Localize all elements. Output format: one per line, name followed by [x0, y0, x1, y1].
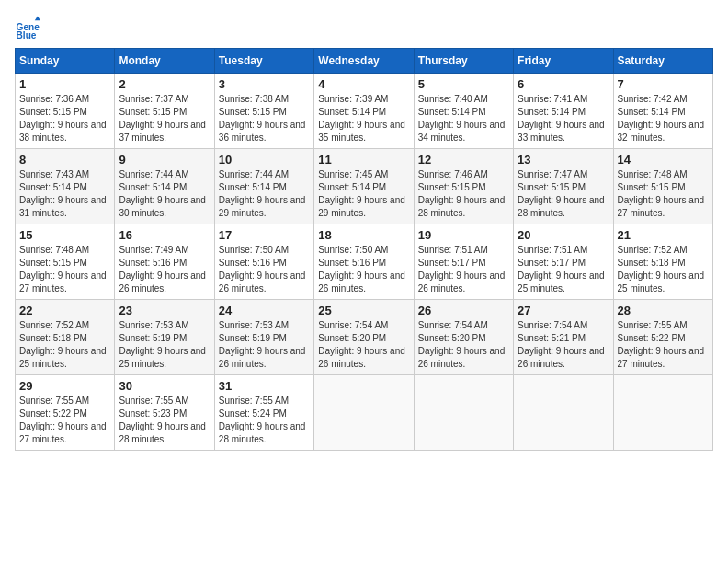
sunrise-label: Sunrise: 7:37 AM [119, 94, 188, 104]
day-info: Sunrise: 7:55 AM Sunset: 5:23 PM Dayligh… [119, 395, 210, 446]
calendar-cell: 7 Sunrise: 7:42 AM Sunset: 5:14 PM Dayli… [613, 74, 712, 149]
week-row-1: 1 Sunrise: 7:36 AM Sunset: 5:15 PM Dayli… [16, 74, 713, 149]
sunrise-label: Sunrise: 7:53 AM [219, 320, 289, 330]
day-number: 9 [119, 153, 210, 167]
day-info: Sunrise: 7:38 AM Sunset: 5:15 PM Dayligh… [219, 93, 310, 144]
sunrise-label: Sunrise: 7:40 AM [418, 94, 488, 104]
week-row-4: 22 Sunrise: 7:52 AM Sunset: 5:18 PM Dayl… [16, 300, 713, 375]
sunrise-label: Sunrise: 7:54 AM [318, 320, 388, 330]
calendar-cell: 3 Sunrise: 7:38 AM Sunset: 5:15 PM Dayli… [214, 74, 313, 149]
day-number: 27 [518, 304, 609, 317]
sunset-label: Sunset: 5:18 PM [19, 333, 87, 343]
day-number: 21 [618, 228, 709, 242]
sunset-label: Sunset: 5:16 PM [219, 258, 287, 268]
sunset-label: Sunset: 5:20 PM [318, 333, 386, 343]
day-number: 30 [119, 379, 210, 393]
day-info: Sunrise: 7:48 AM Sunset: 5:15 PM Dayligh… [618, 168, 709, 220]
header-day-wednesday: Wednesday [314, 49, 414, 74]
calendar-cell: 22 Sunrise: 7:52 AM Sunset: 5:18 PM Dayl… [16, 300, 115, 375]
daylight-label: Daylight: 9 hours and 26 minutes. [119, 270, 206, 293]
calendar-cell: 1 Sunrise: 7:36 AM Sunset: 5:15 PM Dayli… [16, 74, 115, 149]
day-info: Sunrise: 7:52 AM Sunset: 5:18 PM Dayligh… [19, 319, 110, 371]
day-number: 23 [119, 304, 210, 317]
calendar-cell: 14 Sunrise: 7:48 AM Sunset: 5:15 PM Dayl… [613, 149, 712, 224]
day-number: 2 [119, 77, 210, 91]
sunrise-label: Sunrise: 7:39 AM [318, 94, 388, 104]
sunrise-label: Sunrise: 7:49 AM [119, 245, 188, 255]
day-info: Sunrise: 7:51 AM Sunset: 5:17 PM Dayligh… [418, 244, 509, 295]
day-number: 15 [19, 228, 110, 242]
day-info: Sunrise: 7:45 AM Sunset: 5:14 PM Dayligh… [318, 168, 409, 220]
daylight-label: Daylight: 9 hours and 34 minutes. [418, 120, 506, 143]
daylight-label: Daylight: 9 hours and 27 minutes. [19, 421, 107, 444]
sunset-label: Sunset: 5:14 PM [318, 182, 386, 192]
sunrise-label: Sunrise: 7:50 AM [318, 245, 388, 255]
sunset-label: Sunset: 5:16 PM [119, 258, 187, 268]
calendar-cell: 24 Sunrise: 7:53 AM Sunset: 5:19 PM Dayl… [214, 300, 313, 375]
week-row-3: 15 Sunrise: 7:48 AM Sunset: 5:15 PM Dayl… [16, 224, 713, 300]
day-number: 18 [318, 228, 409, 242]
sunrise-label: Sunrise: 7:48 AM [19, 245, 89, 255]
day-info: Sunrise: 7:43 AM Sunset: 5:14 PM Dayligh… [19, 168, 110, 220]
day-info: Sunrise: 7:54 AM Sunset: 5:21 PM Dayligh… [518, 319, 609, 371]
calendar-cell: 23 Sunrise: 7:53 AM Sunset: 5:19 PM Dayl… [115, 300, 214, 375]
day-number: 13 [518, 153, 609, 167]
daylight-label: Daylight: 9 hours and 28 minutes. [119, 421, 206, 444]
calendar-cell: 9 Sunrise: 7:44 AM Sunset: 5:14 PM Dayli… [115, 149, 214, 224]
day-number: 6 [518, 77, 609, 91]
sunset-label: Sunset: 5:15 PM [119, 107, 187, 117]
calendar-cell [613, 375, 712, 451]
day-number: 20 [518, 228, 609, 242]
sunrise-label: Sunrise: 7:52 AM [618, 245, 688, 255]
calendar-cell: 17 Sunrise: 7:50 AM Sunset: 5:16 PM Dayl… [214, 224, 313, 300]
day-info: Sunrise: 7:44 AM Sunset: 5:14 PM Dayligh… [119, 168, 210, 220]
sunset-label: Sunset: 5:16 PM [318, 258, 386, 268]
daylight-label: Daylight: 9 hours and 29 minutes. [219, 195, 306, 218]
calendar-cell: 2 Sunrise: 7:37 AM Sunset: 5:15 PM Dayli… [115, 74, 214, 149]
calendar-cell: 10 Sunrise: 7:44 AM Sunset: 5:14 PM Dayl… [214, 149, 313, 224]
daylight-label: Daylight: 9 hours and 27 minutes. [618, 346, 705, 369]
day-number: 16 [119, 228, 210, 242]
day-number: 3 [219, 77, 310, 91]
day-info: Sunrise: 7:39 AM Sunset: 5:14 PM Dayligh… [318, 93, 409, 144]
header-day-tuesday: Tuesday [214, 49, 313, 74]
sunset-label: Sunset: 5:20 PM [418, 333, 486, 343]
svg-text:Blue: Blue [17, 30, 37, 40]
logo: General Blue [15, 15, 44, 40]
day-info: Sunrise: 7:53 AM Sunset: 5:19 PM Dayligh… [119, 319, 210, 371]
sunrise-label: Sunrise: 7:54 AM [418, 320, 488, 330]
day-info: Sunrise: 7:50 AM Sunset: 5:16 PM Dayligh… [318, 244, 409, 295]
day-number: 5 [418, 77, 509, 91]
sunset-label: Sunset: 5:15 PM [418, 182, 486, 192]
calendar-cell: 11 Sunrise: 7:45 AM Sunset: 5:14 PM Dayl… [314, 149, 414, 224]
sunrise-label: Sunrise: 7:50 AM [219, 245, 289, 255]
sunset-label: Sunset: 5:19 PM [119, 333, 187, 343]
daylight-label: Daylight: 9 hours and 26 minutes. [518, 346, 605, 369]
day-info: Sunrise: 7:53 AM Sunset: 5:19 PM Dayligh… [219, 319, 310, 371]
sunrise-label: Sunrise: 7:46 AM [418, 169, 488, 179]
sunrise-label: Sunrise: 7:52 AM [19, 320, 89, 330]
sunset-label: Sunset: 5:22 PM [19, 408, 87, 419]
sunset-label: Sunset: 5:14 PM [318, 107, 386, 117]
sunrise-label: Sunrise: 7:44 AM [119, 169, 188, 179]
sunset-label: Sunset: 5:15 PM [219, 107, 287, 117]
daylight-label: Daylight: 9 hours and 31 minutes. [19, 195, 107, 218]
sunset-label: Sunset: 5:15 PM [618, 182, 686, 192]
calendar-cell: 29 Sunrise: 7:55 AM Sunset: 5:22 PM Dayl… [16, 375, 115, 451]
daylight-label: Daylight: 9 hours and 37 minutes. [119, 120, 206, 143]
day-number: 8 [19, 153, 110, 167]
day-number: 26 [418, 304, 509, 317]
header-row: SundayMondayTuesdayWednesdayThursdayFrid… [16, 49, 713, 74]
day-info: Sunrise: 7:52 AM Sunset: 5:18 PM Dayligh… [618, 244, 709, 295]
sunrise-label: Sunrise: 7:41 AM [518, 94, 587, 104]
sunrise-label: Sunrise: 7:48 AM [618, 169, 688, 179]
sunset-label: Sunset: 5:14 PM [518, 107, 586, 117]
sunrise-label: Sunrise: 7:44 AM [219, 169, 289, 179]
calendar-table: SundayMondayTuesdayWednesdayThursdayFrid… [15, 48, 713, 451]
day-number: 24 [219, 304, 310, 317]
sunset-label: Sunset: 5:14 PM [219, 182, 287, 192]
sunset-label: Sunset: 5:22 PM [618, 333, 686, 343]
sunset-label: Sunset: 5:18 PM [618, 258, 686, 268]
daylight-label: Daylight: 9 hours and 26 minutes. [418, 346, 506, 369]
day-info: Sunrise: 7:55 AM Sunset: 5:24 PM Dayligh… [219, 395, 310, 446]
